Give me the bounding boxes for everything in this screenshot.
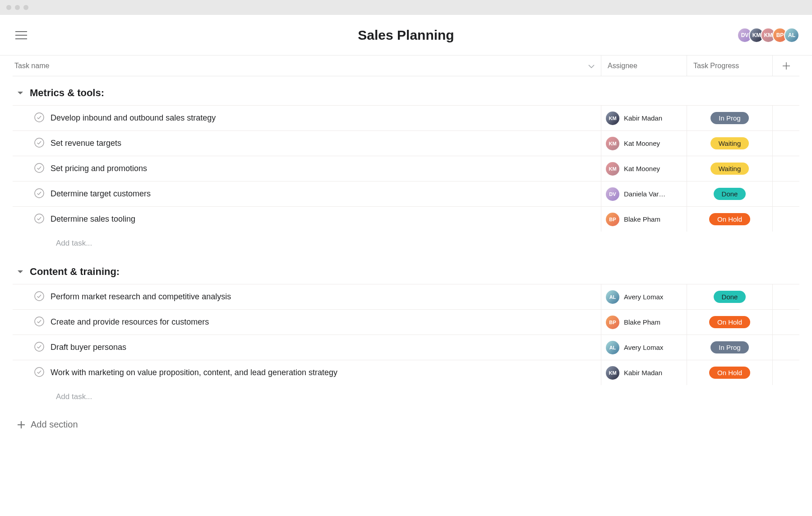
task-extra-cell: [772, 335, 799, 360]
task-assignee[interactable]: DVDaniela Var…: [601, 181, 687, 206]
add-section-button[interactable]: Add section: [13, 409, 799, 430]
task-progress[interactable]: In Prog: [687, 106, 772, 130]
task-extra-cell: [772, 131, 799, 156]
task-title[interactable]: Set revenue targets: [51, 139, 121, 148]
task-assignee[interactable]: KMKat Mooney: [601, 156, 687, 181]
assignee-avatar: AL: [606, 290, 619, 304]
column-progress-label: Task Progress: [693, 62, 739, 70]
column-task-name[interactable]: Task name: [13, 62, 601, 70]
section-title[interactable]: Content & training:: [30, 266, 120, 278]
check-icon[interactable]: [34, 342, 44, 353]
task-title[interactable]: Determine sales tooling: [51, 214, 135, 224]
task-title[interactable]: Perform market research and competitive …: [51, 292, 231, 302]
columns-header: Task name Assignee Task Progress: [13, 56, 799, 76]
task-row[interactable]: Work with marketing on value proposition…: [13, 360, 799, 385]
status-badge: In Prog: [710, 112, 748, 124]
task-row[interactable]: Determine target customersDVDaniela Var……: [13, 181, 799, 206]
task-progress[interactable]: On Hold: [687, 360, 772, 385]
menu-button[interactable]: [13, 28, 30, 42]
task-title[interactable]: Work with marketing on value proposition…: [51, 368, 337, 377]
status-badge: In Prog: [710, 341, 748, 353]
assignee-name: Daniela Var…: [624, 190, 665, 198]
task-main: Develop inbound and outbound sales strat…: [13, 112, 601, 124]
check-icon[interactable]: [34, 367, 44, 379]
plus-icon: [17, 421, 25, 429]
chevron-down-icon: [588, 62, 595, 70]
task-title[interactable]: Draft buyer personas: [51, 343, 126, 352]
section-toggle[interactable]: [17, 270, 23, 274]
assignee-name: Kabir Madan: [624, 114, 662, 122]
svg-point-6: [35, 138, 44, 147]
add-section-label: Add section: [31, 419, 78, 430]
task-row[interactable]: Perform market research and competitive …: [13, 284, 799, 309]
section-toggle[interactable]: [17, 91, 23, 95]
assignee-name: Kabir Madan: [624, 369, 662, 377]
assignee-avatar: BP: [606, 213, 619, 226]
task-row[interactable]: Set pricing and promotionsKMKat MooneyWa…: [13, 156, 799, 181]
task-title[interactable]: Set pricing and promotions: [51, 164, 147, 173]
check-icon[interactable]: [34, 291, 44, 303]
task-assignee[interactable]: BPBlake Pham: [601, 310, 687, 335]
task-row[interactable]: Set revenue targetsKMKat MooneyWaiting: [13, 130, 799, 156]
maximize-dot[interactable]: [23, 5, 28, 10]
hamburger-icon: [15, 31, 27, 40]
task-progress[interactable]: On Hold: [687, 310, 772, 335]
task-row[interactable]: Determine sales toolingBPBlake PhamOn Ho…: [13, 206, 799, 232]
assignee-avatar: KM: [606, 366, 619, 380]
task-assignee[interactable]: KMKat Mooney: [601, 131, 687, 156]
check-icon[interactable]: [34, 188, 44, 200]
assignee-avatar: AL: [606, 341, 619, 354]
avatar[interactable]: AL: [784, 28, 799, 43]
task-extra-cell: [772, 106, 799, 130]
task-progress[interactable]: Done: [687, 284, 772, 309]
check-icon[interactable]: [34, 112, 44, 124]
task-assignee[interactable]: ALAvery Lomax: [601, 284, 687, 309]
svg-point-8: [35, 189, 44, 198]
task-title[interactable]: Determine target customers: [51, 189, 151, 199]
column-progress[interactable]: Task Progress: [687, 56, 772, 76]
section-title[interactable]: Metrics & tools:: [30, 87, 104, 99]
column-assignee-label: Assignee: [608, 62, 637, 70]
assignee-name: Kat Mooney: [624, 165, 660, 172]
svg-point-13: [35, 367, 44, 377]
column-assignee[interactable]: Assignee: [601, 56, 687, 76]
svg-point-12: [35, 342, 44, 351]
task-assignee[interactable]: BPBlake Pham: [601, 207, 687, 232]
content: Metrics & tools:Develop inbound and outb…: [0, 76, 812, 430]
add-task-button[interactable]: Add task...: [13, 385, 799, 409]
check-icon[interactable]: [34, 316, 44, 328]
check-icon[interactable]: [34, 138, 44, 149]
check-icon[interactable]: [34, 163, 44, 175]
assignee-avatar: KM: [606, 112, 619, 125]
task-assignee[interactable]: ALAvery Lomax: [601, 335, 687, 360]
status-badge: Waiting: [710, 137, 749, 149]
task-progress[interactable]: Waiting: [687, 156, 772, 181]
task-progress[interactable]: On Hold: [687, 207, 772, 232]
task-main: Set pricing and promotions: [13, 163, 601, 175]
task-assignee[interactable]: KMKabir Madan: [601, 360, 687, 385]
task-progress[interactable]: Waiting: [687, 131, 772, 156]
check-icon[interactable]: [34, 214, 44, 225]
minimize-dot[interactable]: [15, 5, 20, 10]
task-assignee[interactable]: KMKabir Madan: [601, 106, 687, 130]
svg-point-5: [35, 113, 44, 122]
task-title[interactable]: Create and provide resources for custome…: [51, 317, 209, 327]
task-extra-cell: [772, 284, 799, 309]
assignee-name: Kat Mooney: [624, 139, 660, 147]
page-title: Sales Planning: [358, 28, 454, 43]
task-row[interactable]: Draft buyer personasALAvery LomaxIn Prog: [13, 335, 799, 360]
header-avatars: DVKMKMBPAL: [737, 28, 799, 43]
task-progress[interactable]: In Prog: [687, 335, 772, 360]
close-dot[interactable]: [6, 5, 11, 10]
assignee-name: Avery Lomax: [624, 293, 663, 301]
add-column-button[interactable]: [772, 56, 799, 76]
svg-point-7: [35, 163, 44, 172]
plus-icon: [783, 62, 790, 70]
task-main: Draft buyer personas: [13, 342, 601, 353]
status-badge: On Hold: [709, 367, 750, 379]
task-row[interactable]: Create and provide resources for custome…: [13, 309, 799, 335]
task-row[interactable]: Develop inbound and outbound sales strat…: [13, 105, 799, 130]
add-task-button[interactable]: Add task...: [13, 232, 799, 255]
task-progress[interactable]: Done: [687, 181, 772, 206]
task-title[interactable]: Develop inbound and outbound sales strat…: [51, 113, 216, 123]
